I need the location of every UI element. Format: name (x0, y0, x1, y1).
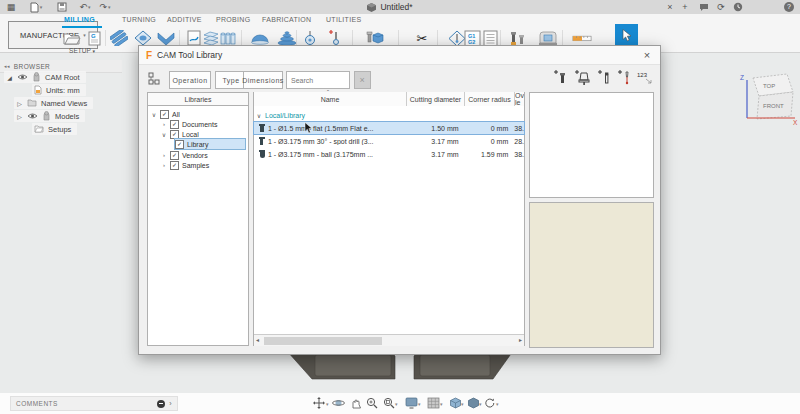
filter-dimensions-button[interactable]: Dimensions (243, 71, 283, 89)
dialog-close-icon[interactable]: × (640, 48, 654, 62)
tab-additive[interactable]: ADDITIVE (167, 16, 202, 23)
turning-tubes-icon[interactable] (109, 29, 129, 47)
expander-icon[interactable]: ◢ (6, 74, 13, 81)
setup-group-label[interactable]: SETUP ▾ (60, 47, 104, 54)
viewport-layout-icon[interactable] (448, 396, 462, 409)
redo-icon[interactable]: ↷▾ (96, 0, 114, 14)
tab-probing[interactable]: PROBING (216, 16, 250, 23)
scrollbar-thumb[interactable] (264, 337, 382, 345)
comment-bubble-icon[interactable] (697, 0, 711, 14)
dialog-titlebar[interactable]: F CAM Tool Library (139, 46, 660, 65)
sync-status-icon[interactable]: ⟳ (714, 0, 728, 14)
tab-utilities[interactable]: UTILITIES (326, 16, 361, 23)
caret-down-icon[interactable]: ▾ (496, 401, 499, 407)
file-menu-icon[interactable]: ▾ (26, 0, 46, 14)
caret-down-icon[interactable]: ▾ (479, 401, 482, 407)
viewcube-front-label[interactable]: FRONT (763, 103, 784, 109)
document-tab[interactable]: Untitled* (330, 0, 450, 14)
add-probe-tool-icon[interactable] (616, 70, 633, 87)
column-header-cutting-diameter[interactable]: Cutting diameter (407, 92, 465, 106)
zoom-window-icon[interactable] (382, 396, 396, 409)
new-tab-icon[interactable]: + (679, 0, 691, 14)
caret-down-icon[interactable]: ▾ (395, 401, 398, 407)
help-icon[interactable]: ? (782, 0, 796, 14)
display-settings-icon[interactable] (426, 396, 440, 409)
orbit-icon[interactable] (331, 396, 345, 409)
browser-item-setups[interactable]: Setups (32, 123, 77, 135)
tool-row-flat-endmill[interactable]: 1 - Ø1.5 mm - flat (1.5mm Flat e... 1.50… (254, 122, 524, 134)
viewcube-top-label[interactable]: TOP (763, 83, 775, 89)
library-view-icon[interactable] (148, 72, 163, 91)
expander-icon[interactable]: ∨ (151, 111, 157, 118)
browser-item-units[interactable]: Units: mm (32, 84, 86, 96)
tree-item-vendors[interactable]: › ✓ Vendors (161, 150, 245, 160)
checkbox-checked[interactable]: ✓ (170, 161, 179, 170)
column-header-corner-radius[interactable]: Corner radius (465, 92, 515, 106)
zoom-in-icon[interactable] (365, 396, 379, 409)
tool-row-spot-drill[interactable]: 1 - Ø3.175 mm 30° - spot drill (3... 3.1… (254, 135, 524, 147)
filter-operation-button[interactable]: Operation (169, 71, 211, 89)
eye-icon[interactable] (17, 73, 28, 81)
expander-icon[interactable]: › (161, 152, 167, 158)
tree-item-local[interactable]: ∨ ✓ Local (161, 129, 245, 139)
comments-count-icon[interactable] (157, 400, 165, 408)
expander-icon[interactable]: ∨ (256, 112, 262, 119)
active-command-button[interactable] (615, 24, 638, 47)
library-group-row[interactable]: ∨ Local/Library (254, 110, 526, 120)
checkbox-checked[interactable]: ✓ (170, 151, 179, 160)
checkbox-checked[interactable]: ✓ (170, 120, 179, 129)
close-tab-icon[interactable]: × (664, 0, 676, 14)
caret-down-icon[interactable]: ▾ (461, 401, 464, 407)
scroll-left-icon[interactable]: ◂ (256, 335, 259, 346)
expander-icon[interactable]: › (161, 162, 167, 168)
tree-item-samples[interactable]: › ✓ Samples (161, 160, 245, 170)
add-holder-icon[interactable] (574, 70, 591, 87)
hand-pan-icon[interactable] (349, 396, 363, 409)
eye-icon[interactable] (27, 112, 38, 120)
checkbox-checked[interactable]: ✓ (175, 140, 184, 149)
grid-snaps-icon[interactable] (466, 396, 480, 409)
search-input[interactable] (286, 71, 350, 89)
view-cube[interactable]: TOP FRONT Z X (733, 66, 799, 126)
caret-down-icon[interactable]: ▾ (326, 401, 329, 407)
app-grid-icon[interactable]: ▦ (4, 0, 18, 14)
tab-milling[interactable]: MILLING (64, 16, 95, 23)
save-icon[interactable] (55, 0, 69, 14)
renumber-tools-icon[interactable]: 123 (636, 70, 653, 87)
look-at-icon[interactable] (404, 396, 418, 409)
job-status-clock-icon[interactable] (731, 0, 745, 14)
reset-view-icon[interactable] (483, 396, 497, 409)
add-mill-tool-icon[interactable] (552, 70, 569, 87)
undo-icon[interactable]: ↶▾ (76, 0, 94, 14)
column-header-name[interactable]: Name (254, 92, 407, 106)
caret-down-icon[interactable]: ▾ (440, 401, 443, 407)
browser-item-models[interactable]: ▷ Models (14, 110, 85, 122)
tree-item-library[interactable]: ✓ Library (175, 139, 245, 149)
expander-icon[interactable]: ∨ (161, 131, 167, 138)
tab-fabrication[interactable]: FABRICATION (262, 16, 311, 23)
pan-icon[interactable] (312, 396, 326, 409)
tree-item-all[interactable]: ∨ ✓ All (151, 109, 245, 119)
expander-icon[interactable]: ▷ (16, 100, 23, 107)
horizontal-scrollbar[interactable]: ◂ ▸ (254, 334, 524, 346)
comments-bar[interactable]: COMMENTS › (10, 396, 178, 411)
collapse-panel-icon[interactable]: ◂◂ (4, 63, 10, 69)
clear-search-button[interactable]: × (354, 71, 371, 89)
expander-icon[interactable]: › (161, 121, 167, 127)
checkbox-checked[interactable]: ✓ (170, 130, 179, 139)
browser-item-cam-root[interactable]: ◢ CAM Root (4, 71, 86, 83)
gcode-document-icon[interactable]: G (84, 29, 104, 47)
expand-comments-icon[interactable]: › (169, 400, 172, 407)
tool-row-ball-endmill[interactable]: 1 - Ø3.175 mm - ball (3.175mm ... 3.17 m… (254, 148, 524, 160)
add-turn-tool-icon[interactable] (596, 70, 613, 87)
svg-text:G: G (91, 33, 96, 39)
new-setup-folder-icon[interactable] (62, 29, 82, 47)
browser-item-named-views[interactable]: ▷ Named Views (14, 97, 93, 109)
caret-down-icon[interactable]: ▾ (418, 401, 421, 407)
scroll-right-icon[interactable]: ▸ (519, 335, 522, 346)
column-header-overall-length[interactable]: Overall le (515, 92, 524, 106)
tab-turning[interactable]: TURNING (122, 16, 156, 23)
tree-item-documents[interactable]: › ✓ Documents (161, 119, 245, 129)
checkbox-checked[interactable]: ✓ (160, 110, 169, 119)
expander-icon[interactable]: ▷ (16, 113, 23, 120)
